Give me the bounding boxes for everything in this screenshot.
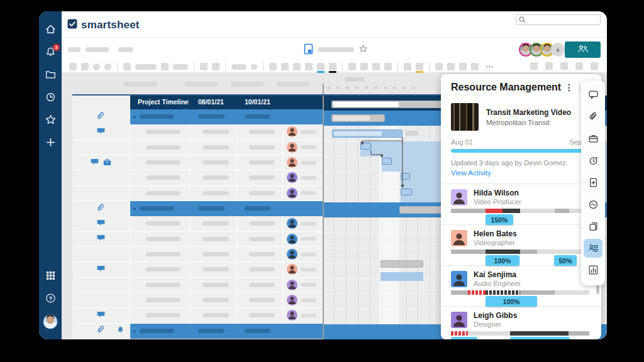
sidebar-item-account[interactable] [39, 310, 62, 333]
toolbar-overflow-button[interactable]: ⋯ [486, 62, 494, 71]
attachment-icon[interactable] [96, 203, 106, 214]
conversations-icon[interactable] [584, 84, 602, 106]
document-builder-icon[interactable] [584, 216, 602, 238]
grid-column-header[interactable]: 08/01/21 [191, 94, 237, 109]
toolbar-button[interactable] [404, 63, 411, 70]
comment-icon[interactable] [97, 264, 105, 275]
comment-icon[interactable] [97, 218, 105, 229]
attachment-icon[interactable] [96, 325, 106, 336]
toolbar-button[interactable] [435, 63, 443, 70]
attachment-icon[interactable] [96, 111, 106, 123]
share-button[interactable] [565, 41, 601, 58]
toolbar-button[interactable] [416, 63, 423, 70]
person-card[interactable]: Leigh GibbsDesigner110%100% [441, 306, 601, 339]
briefcase-icon[interactable] [103, 157, 111, 168]
sidebar-item-home[interactable] [39, 19, 62, 41]
toolbar-button[interactable] [348, 63, 356, 70]
comment-icon[interactable] [97, 310, 105, 321]
person-role: Designer [474, 321, 517, 328]
sidebar-item-browse[interactable] [39, 64, 62, 87]
summary-chart-icon[interactable] [584, 259, 602, 281]
toolbar-button[interactable] [81, 63, 89, 70]
toolbar-button[interactable] [200, 63, 208, 70]
expand-caret-icon[interactable]: ▾ [133, 206, 136, 212]
toolbar-button[interactable] [459, 63, 467, 70]
attachments-icon[interactable] [584, 106, 602, 128]
toolbar-button[interactable] [231, 64, 247, 70]
toolbar-button[interactable] [447, 63, 455, 70]
toolbar-button[interactable] [305, 63, 313, 70]
toolbar-button[interactable] [93, 63, 100, 70]
person-card[interactable]: Helen BatesVideographer100%50% [441, 224, 601, 265]
grid-row[interactable] [72, 232, 323, 247]
smartsheet-logo[interactable]: smartsheet [67, 19, 140, 31]
proofs-icon[interactable] [584, 194, 602, 216]
grid-row[interactable]: ▾ [72, 324, 323, 339]
toolbar-button[interactable] [161, 63, 169, 70]
grid-row[interactable]: ▾ [72, 201, 323, 216]
toolbar-button[interactable] [360, 63, 368, 70]
collaborator-avatars[interactable]: + [522, 43, 565, 57]
add-collaborator-button[interactable]: + [551, 43, 565, 57]
toolbar-button[interactable] [212, 63, 219, 70]
toolbar-button[interactable] [251, 64, 257, 70]
sidebar-item-favorites[interactable] [39, 109, 62, 132]
toolbar-button[interactable] [281, 63, 289, 70]
toolbar-button[interactable] [575, 62, 583, 70]
toolbar-button[interactable] [372, 63, 380, 70]
toolbar-button[interactable] [293, 63, 301, 70]
expand-caret-icon[interactable]: ▾ [133, 114, 136, 120]
toolbar-button[interactable] [545, 62, 553, 70]
grid-row[interactable] [72, 124, 323, 140]
toolbar-button[interactable] [69, 63, 77, 70]
comment-icon[interactable] [97, 126, 105, 138]
grid-row[interactable] [72, 140, 323, 155]
toolbar-button[interactable] [591, 62, 598, 70]
toolbar-button[interactable] [530, 62, 538, 70]
toolbar-button[interactable] [123, 63, 131, 70]
person-card[interactable]: Kai SenjimaAudio Engineer100% [441, 265, 601, 306]
help-icon: ? [45, 292, 57, 307]
grid-row[interactable] [72, 278, 323, 293]
grid-row[interactable] [72, 308, 323, 323]
sidebar-item-recents[interactable] [39, 87, 62, 109]
cell-placeholder [301, 130, 316, 134]
grid-row[interactable] [72, 262, 323, 277]
toolbar-button[interactable] [269, 63, 277, 70]
toolbar-button[interactable] [317, 63, 325, 70]
resource-management-icon[interactable] [584, 239, 602, 258]
person-card[interactable]: Hilda WilsonVideo Producer150% [441, 184, 601, 224]
toolbar-button[interactable] [471, 63, 479, 70]
sidebar-item-create[interactable] [39, 132, 62, 155]
sidebar-item-apps[interactable] [39, 265, 62, 288]
sidebar-item-notifications[interactable]: 3 [39, 41, 62, 64]
expand-caret-icon[interactable]: ▾ [133, 329, 136, 334]
grid-row[interactable] [72, 293, 323, 308]
grid-column-header[interactable]: Project Timeline [130, 94, 191, 109]
toolbar-button[interactable] [104, 63, 111, 70]
grid-row[interactable]: ▾ [72, 109, 323, 124]
toolbar-button[interactable] [329, 63, 336, 70]
publish-icon[interactable] [584, 172, 602, 194]
favorite-star-icon[interactable] [358, 44, 368, 56]
toolbar-button[interactable] [384, 63, 392, 70]
work-insights-icon[interactable] [584, 128, 602, 150]
sidebar-item-help[interactable]: ? [39, 288, 62, 310]
toolbar-button[interactable] [135, 64, 157, 70]
comment-icon[interactable] [91, 157, 99, 168]
view-activity-link[interactable]: View Activity [451, 169, 491, 177]
grid-row[interactable] [72, 216, 323, 231]
grid-column-header[interactable]: 10/01/21 [237, 94, 283, 109]
kebab-menu-icon[interactable]: ⋮ [565, 83, 574, 92]
bell-icon[interactable] [117, 325, 124, 336]
grid-row[interactable] [72, 186, 323, 201]
toolbar-button[interactable] [560, 62, 568, 70]
comment-icon[interactable] [97, 233, 105, 244]
row-icon-cell [72, 216, 130, 231]
toolbar-button[interactable] [173, 64, 188, 70]
search-input[interactable] [528, 16, 597, 23]
grid-row[interactable] [72, 247, 323, 262]
update-requests-icon[interactable] [584, 150, 602, 172]
grid-row[interactable] [72, 170, 323, 185]
grid-row[interactable] [72, 155, 323, 170]
